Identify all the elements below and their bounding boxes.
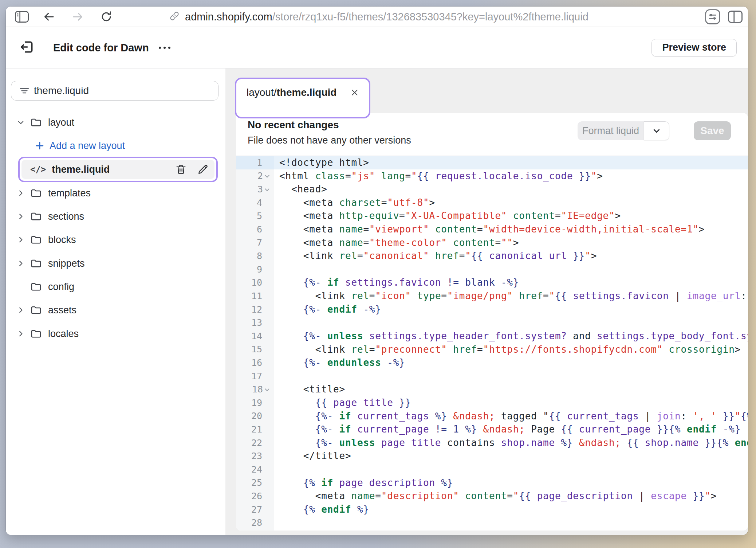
code-line[interactable]: 27 {% endif %} bbox=[236, 503, 748, 516]
code-line[interactable]: 6 <meta name="viewport" content="width=d… bbox=[236, 223, 748, 236]
code-line[interactable]: 19 {{ page_title }} bbox=[236, 396, 748, 410]
code-line[interactable]: 29 {% render 'meta-tags' %} bbox=[236, 529, 748, 531]
sidebar-item-templates[interactable]: templates bbox=[6, 184, 225, 202]
code-token: and bbox=[567, 330, 597, 341]
sidebar-item-config[interactable]: config bbox=[6, 278, 225, 295]
line-number: 10 bbox=[236, 276, 274, 289]
format-options-dropdown[interactable] bbox=[644, 121, 669, 140]
code-token: > bbox=[513, 237, 519, 248]
code-line[interactable]: 23 </title> bbox=[236, 449, 748, 463]
sidebar-item-label: Add a new layout bbox=[50, 140, 125, 152]
desktop: { "browser": { "url_host": "admin.shopif… bbox=[0, 0, 756, 548]
code-line[interactable]: 16 {%- endunless -%} bbox=[236, 356, 748, 369]
address-bar[interactable]: admin.shopify.com/store/rzq1xu-f5/themes… bbox=[185, 11, 588, 23]
link-icon bbox=[169, 11, 180, 23]
sidebar-item-label: config bbox=[48, 281, 74, 293]
code-token: if bbox=[339, 424, 351, 435]
line-number: 29 bbox=[236, 529, 274, 531]
code-line[interactable]: 25 {% if page_description %} bbox=[236, 476, 748, 490]
fold-caret-icon[interactable] bbox=[265, 187, 269, 191]
code-token: settings.favicon bbox=[345, 277, 441, 288]
file-sidebar: layoutAdd a new layout</>theme.liquidtem… bbox=[6, 68, 225, 535]
fold-caret-icon[interactable] bbox=[265, 387, 269, 391]
code-token: "description" bbox=[381, 490, 459, 501]
code-line[interactable]: 26 <meta name="description" content="{{ … bbox=[236, 489, 748, 503]
line-number: 28 bbox=[236, 516, 274, 529]
code-line[interactable]: 20 {%- if current_tags %} &ndash; tagged… bbox=[236, 410, 748, 423]
sidebar-item-sections[interactable]: sections bbox=[6, 208, 225, 225]
sidebar-item-add-a-new-layout[interactable]: Add a new layout bbox=[6, 137, 225, 154]
close-tab-icon[interactable] bbox=[348, 86, 361, 99]
code-line[interactable]: 17 bbox=[236, 369, 748, 383]
code-token: shop.name bbox=[501, 437, 555, 448]
line-number: 7 bbox=[236, 236, 274, 250]
code-token: page_title bbox=[333, 397, 393, 408]
tab-settings-icon[interactable] bbox=[704, 8, 721, 25]
code-line[interactable]: 18 <title> bbox=[236, 383, 748, 396]
code-editor[interactable]: 1<!doctype html>2<html class="js" lang="… bbox=[236, 156, 748, 531]
code-token: {%- bbox=[315, 424, 339, 435]
code-line-text: {%- if current_page != 1 %} &ndash; Page… bbox=[274, 423, 748, 436]
code-line[interactable]: 12 {%- endif -%} bbox=[236, 303, 748, 316]
active-tab-highlight-ring: layout/theme.liquid bbox=[235, 78, 370, 118]
sidebar-item-assets[interactable]: assets bbox=[6, 301, 225, 319]
line-number: 15 bbox=[236, 343, 274, 356]
url-host: admin.shopify.com bbox=[185, 11, 272, 23]
code-line-text: {% if page_description %} bbox=[274, 476, 748, 490]
more-actions-icon[interactable] bbox=[159, 47, 170, 49]
code-token: content bbox=[513, 210, 555, 221]
code-token: = bbox=[345, 171, 351, 181]
sidebar-toggle-icon[interactable] bbox=[15, 11, 29, 23]
line-number: 26 bbox=[236, 489, 274, 503]
code-token: > bbox=[711, 490, 717, 501]
code-token: content bbox=[435, 224, 477, 235]
code-line[interactable]: 7 <meta name="theme-color" content=""> bbox=[236, 236, 748, 250]
back-icon[interactable] bbox=[42, 10, 55, 23]
reload-icon[interactable] bbox=[100, 10, 113, 23]
line-number: 18 bbox=[236, 383, 274, 396]
code-token: }} bbox=[573, 171, 591, 181]
code-line[interactable]: 2<html class="js" lang="{{ request.local… bbox=[236, 169, 748, 183]
code-token: "js" bbox=[351, 171, 375, 181]
code-line[interactable]: 8 <link rel="canonical" href="{{ canonic… bbox=[236, 249, 748, 263]
code-line[interactable]: 11 <link rel="icon" type="image/png" hre… bbox=[236, 289, 748, 303]
rename-file-button[interactable] bbox=[195, 161, 211, 177]
code-line-text: </title> bbox=[274, 449, 748, 463]
code-line[interactable]: 10 {%- if settings.favicon != blank -%} bbox=[236, 276, 748, 289]
folder-icon bbox=[30, 234, 42, 246]
sidebar-item-blocks[interactable]: blocks bbox=[6, 231, 225, 248]
code-line[interactable]: 4 <meta charset="utf-8"> bbox=[236, 196, 748, 210]
search-input[interactable] bbox=[11, 81, 218, 100]
exit-editor-icon[interactable] bbox=[19, 39, 35, 56]
code-token: <meta bbox=[315, 490, 351, 501]
code-token: endif bbox=[687, 424, 717, 435]
delete-file-button[interactable] bbox=[173, 161, 189, 177]
format-liquid-button[interactable]: Format liquid bbox=[578, 121, 644, 140]
line-number: 9 bbox=[236, 263, 274, 276]
code-line[interactable]: 13 bbox=[236, 316, 748, 329]
save-button[interactable]: Save bbox=[694, 121, 731, 140]
code-line[interactable]: 3 <head> bbox=[236, 183, 748, 196]
code-line[interactable]: 5 <meta http-equiv="X-UA-Compatible" con… bbox=[236, 209, 748, 223]
sidebar-item-locales[interactable]: locales bbox=[6, 325, 225, 342]
forward-icon[interactable] bbox=[71, 10, 84, 23]
sidebar-item-layout[interactable]: layout bbox=[6, 114, 225, 131]
code-line[interactable]: 24 bbox=[236, 463, 748, 476]
code-line[interactable]: 14 {%- unless settings.type_header_font.… bbox=[236, 329, 748, 343]
preview-store-button[interactable]: Preview store bbox=[651, 39, 737, 56]
sidebar-item-snippets[interactable]: snippets bbox=[6, 255, 225, 272]
code-line[interactable]: 21 {%- if current_page != 1 %} &ndash; P… bbox=[236, 423, 748, 436]
code-token bbox=[429, 250, 435, 261]
fold-caret-icon[interactable] bbox=[265, 173, 269, 178]
code-line[interactable]: 28 bbox=[236, 516, 748, 529]
code-line[interactable]: 15 <link rel="preconnect" href="https://… bbox=[236, 343, 748, 356]
code-line[interactable]: 22 {%- unless page_title contains shop.n… bbox=[236, 436, 748, 450]
code-token: content bbox=[465, 490, 507, 501]
code-line[interactable]: 1<!doctype html> bbox=[236, 156, 748, 169]
tab-theme-liquid[interactable]: layout/theme.liquid bbox=[239, 81, 367, 104]
code-token: > bbox=[597, 171, 603, 181]
sidebar-item-theme-liquid[interactable]: </>theme.liquid bbox=[21, 160, 214, 179]
code-token: = bbox=[363, 224, 369, 235]
code-line[interactable]: 9 bbox=[236, 263, 748, 276]
split-view-icon[interactable] bbox=[728, 10, 743, 23]
